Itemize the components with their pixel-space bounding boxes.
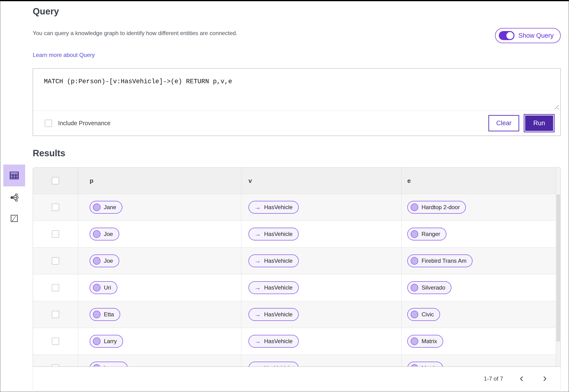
arrow-right-icon: → bbox=[254, 203, 261, 211]
node-circle-icon bbox=[411, 203, 418, 211]
node-pill[interactable]: Hardtop 2-door bbox=[407, 201, 466, 214]
node-label: Joe bbox=[104, 231, 113, 237]
node-circle-icon bbox=[411, 284, 418, 292]
vertical-scrollbar[interactable] bbox=[556, 168, 560, 366]
table-body: Jane → HasVehicle Hardtop 2-door Joe bbox=[33, 194, 560, 367]
row-checkbox[interactable] bbox=[52, 230, 59, 238]
results-table: p v e Jane → HasVehicle Hardtop 2-door bbox=[33, 168, 561, 367]
node-label: Joe bbox=[104, 258, 113, 264]
row-checkbox[interactable] bbox=[52, 284, 59, 291]
graph-view-icon bbox=[10, 193, 19, 202]
node-label: Silverado bbox=[422, 284, 445, 291]
node-label: Firebird Trans Am bbox=[422, 258, 466, 264]
edge-label: HasVehicle bbox=[264, 311, 292, 318]
row-checkbox[interactable] bbox=[52, 257, 59, 265]
row-checkbox[interactable] bbox=[52, 204, 59, 211]
show-query-label: Show Query bbox=[518, 32, 554, 39]
results-title: Results bbox=[33, 148, 561, 158]
table-row: Joe → HasVehicle Ranger bbox=[33, 221, 560, 247]
node-label: Civic bbox=[422, 311, 434, 318]
node-circle-icon bbox=[411, 337, 418, 345]
node-circle-icon bbox=[93, 284, 100, 292]
pagination-bar: 1-7 of 7 bbox=[33, 367, 561, 391]
node-circle-icon bbox=[93, 203, 100, 211]
node-pill[interactable]: Uri bbox=[90, 281, 117, 294]
edge-pill[interactable]: → HasVehicle bbox=[249, 281, 299, 294]
chart-view-icon bbox=[10, 214, 19, 223]
arrow-right-icon: → bbox=[254, 257, 261, 265]
column-header-e: e bbox=[401, 168, 560, 194]
node-pill[interactable]: Ranger bbox=[407, 228, 446, 240]
toggle-switch-icon[interactable] bbox=[499, 31, 514, 40]
edge-pill[interactable]: → HasVehicle bbox=[249, 201, 299, 214]
node-circle-icon bbox=[93, 337, 100, 345]
chevron-right-icon bbox=[541, 375, 548, 382]
node-pill[interactable]: Firebird Trans Am bbox=[407, 254, 472, 267]
node-pill[interactable]: Matrix bbox=[407, 335, 443, 348]
node-pill[interactable]: Lauren bbox=[90, 362, 128, 367]
arrow-right-icon: → bbox=[254, 337, 261, 345]
node-pill[interactable]: Civic bbox=[407, 308, 440, 321]
table-row: Lauren → HasVehicle Matrix bbox=[33, 354, 560, 367]
row-checkbox[interactable] bbox=[52, 364, 59, 367]
node-label: Uri bbox=[104, 284, 111, 291]
chart-view-tab[interactable] bbox=[3, 213, 25, 224]
row-checkbox[interactable] bbox=[52, 338, 59, 345]
node-pill[interactable]: Joe bbox=[90, 228, 119, 240]
select-all-checkbox[interactable] bbox=[52, 177, 59, 184]
node-circle-icon bbox=[93, 311, 100, 318]
node-label: Larry bbox=[104, 338, 117, 345]
arrow-right-icon: → bbox=[254, 364, 261, 367]
edge-label: HasVehicle bbox=[264, 231, 292, 237]
table-view-icon bbox=[9, 170, 20, 181]
node-circle-icon bbox=[411, 230, 418, 238]
node-pill[interactable]: Silverado bbox=[407, 281, 451, 294]
node-label: Etta bbox=[104, 311, 114, 318]
node-circle-icon bbox=[93, 364, 100, 367]
edge-pill[interactable]: → HasVehicle bbox=[249, 335, 299, 348]
pagination-range-label: 1-7 of 7 bbox=[484, 375, 503, 382]
node-label: Matrix bbox=[422, 338, 437, 345]
edge-pill[interactable]: → HasVehicle bbox=[249, 308, 299, 321]
table-header-row: p v e bbox=[33, 168, 560, 194]
arrow-right-icon: → bbox=[254, 284, 261, 292]
page-title: Query bbox=[33, 6, 561, 17]
edge-pill[interactable]: → HasVehicle bbox=[249, 362, 299, 367]
column-header-v: v bbox=[241, 168, 401, 194]
node-pill[interactable]: Larry bbox=[90, 335, 123, 348]
show-query-toggle[interactable]: Show Query bbox=[495, 28, 561, 43]
node-pill[interactable]: Joe bbox=[90, 254, 119, 267]
learn-more-link[interactable]: Learn more about Query bbox=[33, 52, 95, 58]
table-row: Uri → HasVehicle Silverado bbox=[33, 274, 560, 301]
query-description: You can query a knowledge graph to ident… bbox=[33, 28, 237, 37]
edge-label: HasVehicle bbox=[264, 365, 292, 367]
node-label: Hardtop 2-door bbox=[422, 204, 460, 210]
table-row: Joe → HasVehicle Firebird Trans Am bbox=[33, 247, 560, 274]
next-page-button[interactable] bbox=[540, 374, 550, 383]
edge-pill[interactable]: → HasVehicle bbox=[249, 254, 299, 267]
table-row: Jane → HasVehicle Hardtop 2-door bbox=[33, 194, 560, 221]
edge-label: HasVehicle bbox=[264, 258, 292, 264]
node-circle-icon bbox=[411, 257, 418, 265]
include-provenance-label: Include Provenance bbox=[58, 120, 111, 127]
node-label: Ranger bbox=[422, 231, 440, 237]
include-provenance-checkbox[interactable] bbox=[45, 120, 52, 127]
row-checkbox[interactable] bbox=[52, 311, 59, 318]
node-pill[interactable]: Matrix bbox=[407, 362, 443, 367]
table-view-tab[interactable] bbox=[3, 165, 25, 186]
node-label: Lauren bbox=[104, 365, 122, 367]
query-editor-input[interactable]: MATCH (p:Person)-[v:HasVehicle]->(e) RET… bbox=[33, 69, 560, 111]
column-header-p: p bbox=[78, 168, 241, 194]
table-row: Larry → HasVehicle Matrix bbox=[33, 328, 560, 354]
run-button[interactable]: Run bbox=[525, 115, 554, 132]
graph-view-tab[interactable] bbox=[3, 193, 25, 203]
node-pill[interactable]: Etta bbox=[90, 308, 120, 321]
previous-page-button[interactable] bbox=[517, 374, 526, 383]
node-pill[interactable]: Jane bbox=[90, 201, 122, 214]
clear-button[interactable]: Clear bbox=[488, 115, 519, 131]
edge-pill[interactable]: → HasVehicle bbox=[249, 228, 299, 240]
results-view-switcher bbox=[3, 165, 25, 234]
scrollbar-thumb[interactable] bbox=[556, 195, 560, 341]
table-row: Etta → HasVehicle Civic bbox=[33, 301, 560, 328]
node-circle-icon bbox=[411, 364, 418, 367]
